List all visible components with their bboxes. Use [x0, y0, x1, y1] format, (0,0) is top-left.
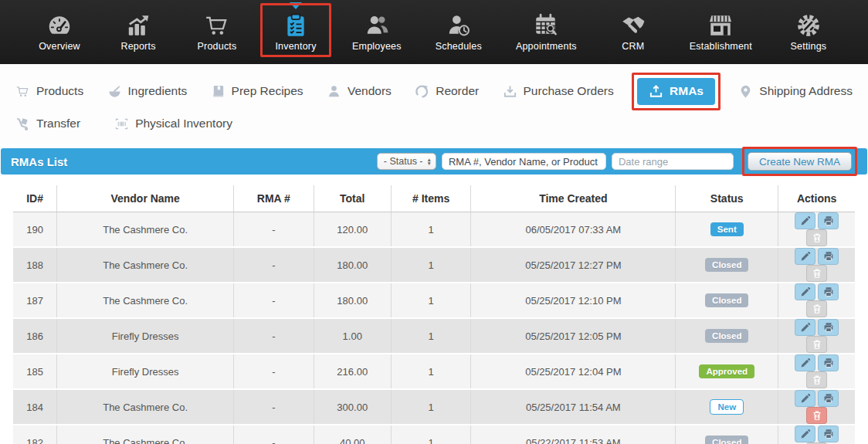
nav-item-products[interactable]: Products [195, 12, 239, 52]
cell-id: 190 [13, 212, 57, 248]
cell-actions [778, 425, 855, 444]
column-header-items: # Items [391, 185, 471, 212]
delete-button[interactable] [806, 229, 827, 246]
date-range-input[interactable] [612, 153, 734, 170]
trash-icon [812, 232, 822, 243]
cell-rma: - [234, 212, 314, 248]
trash-icon [812, 410, 822, 421]
nav-item-reports[interactable]: Reports [116, 12, 161, 52]
edit-button[interactable] [795, 319, 815, 336]
status-badge: Closed [705, 436, 748, 444]
column-header-actions: Actions [778, 185, 855, 212]
print-button[interactable] [818, 248, 839, 265]
cell-items: 1 [391, 247, 471, 283]
gear-icon [795, 12, 822, 39]
print-button[interactable] [818, 319, 839, 336]
subnav-item-label: Ingredients [128, 84, 188, 98]
delete-button[interactable] [806, 407, 827, 424]
status-filter-select[interactable]: - Status - ▲▼ [377, 153, 436, 170]
table-row: 182The Cashmere Co.-40.00105/22/2017 11:… [13, 425, 855, 444]
barcode-icon [114, 117, 129, 131]
delete-button[interactable] [806, 336, 827, 353]
nav-item-settings[interactable]: Settings [786, 12, 831, 52]
delete-button[interactable] [806, 300, 827, 317]
trash-icon [812, 303, 822, 314]
delete-button[interactable] [806, 371, 827, 388]
cell-actions [778, 354, 855, 389]
cell-total: 216.00 [314, 354, 391, 389]
print-button[interactable] [818, 425, 839, 442]
printer-icon [823, 215, 834, 226]
cell-vendor: Firefly Dresses [57, 354, 234, 389]
edit-button[interactable] [795, 248, 815, 265]
bar-chart-icon [125, 12, 151, 39]
subnav-item-label: Physical Inventory [135, 117, 232, 130]
trash-icon [812, 375, 822, 385]
nav-item-appointments[interactable]: Appointments [516, 12, 577, 52]
print-button[interactable] [818, 283, 839, 300]
subnav-item-label: Reorder [436, 84, 479, 98]
toolbar-controls: - Status - ▲▼ Create New RMA [377, 147, 857, 176]
edit-button[interactable] [795, 283, 815, 300]
nav-item-employees[interactable]: Employees [352, 12, 402, 52]
status-badge: Approved [699, 364, 754, 378]
subnav-item-products[interactable]: Products [15, 84, 83, 99]
delete-button[interactable] [806, 265, 827, 282]
cell-total: 300.00 [314, 389, 391, 425]
cell-total: 180.00 [314, 283, 391, 318]
status-badge: New [710, 399, 744, 415]
nav-item-label: Overview [39, 41, 80, 52]
table-row: 188The Cashmere Co.-180.00105/25/2017 12… [13, 247, 855, 283]
nav-item-inventory[interactable]: Inventory [273, 12, 318, 52]
status-badge: Closed [705, 329, 748, 343]
print-button[interactable] [818, 354, 839, 371]
nav-item-schedules[interactable]: Schedules [436, 12, 482, 52]
table-header-row: ID#Vendor NameRMA #Total# ItemsTime Crea… [13, 185, 855, 212]
print-button[interactable] [818, 212, 839, 229]
edit-button[interactable] [795, 425, 815, 442]
cell-actions [778, 212, 855, 248]
nav-item-establishment[interactable]: Establishment [690, 12, 752, 52]
cart-icon [204, 12, 230, 39]
table-row: 187The Cashmere Co.-180.00105/25/2017 12… [13, 283, 855, 318]
nav-item-crm[interactable]: CRM [611, 12, 656, 52]
nav-item-label: Appointments [516, 41, 577, 52]
cell-status: Sent [676, 212, 778, 248]
subnav-item-shipping-address[interactable]: Shipping Address [738, 84, 853, 99]
column-header-status: Status [676, 185, 778, 212]
cell-vendor: The Cashmere Co. [57, 425, 234, 444]
cell-status: Closed [676, 283, 778, 318]
subnav-item-physical-inventory[interactable]: Physical Inventory [114, 117, 232, 131]
subnav-item-ingredients[interactable]: Ingredients [107, 84, 188, 99]
printer-icon [823, 358, 834, 368]
subnav-item-reorder[interactable]: Reorder [415, 84, 479, 99]
cell-items: 1 [391, 354, 471, 389]
create-new-rma-button[interactable]: Create New RMA [748, 152, 852, 171]
cell-items: 1 [391, 425, 471, 444]
book-icon [211, 84, 225, 99]
edit-button[interactable] [795, 212, 815, 229]
subnav-item-rmas[interactable]: RMAs [637, 78, 715, 105]
nav-item-label: Employees [352, 41, 402, 52]
pencil-icon [800, 215, 811, 226]
cell-time: 05/25/2017 11:54 AM [471, 389, 676, 425]
table-row: 190The Cashmere Co.-120.00106/05/2017 07… [13, 212, 855, 248]
refresh-icon [415, 84, 429, 99]
trash-icon [812, 339, 822, 350]
page-title: RMAs List [11, 155, 67, 168]
subnav-item-vendors[interactable]: Vendors [327, 84, 392, 99]
top-navigation: OverviewReportsProductsInventoryEmployee… [0, 0, 868, 64]
person-icon [327, 84, 341, 99]
search-input[interactable] [442, 153, 606, 170]
subnav-item-purchase-orders[interactable]: Purchase Orders [503, 84, 614, 99]
cell-total: 120.00 [314, 212, 391, 248]
subnav-item-transfer[interactable]: Transfer [15, 117, 80, 131]
table-row: 185Firefly Dresses-216.00105/25/2017 12:… [13, 354, 855, 389]
cell-id: 186 [13, 318, 57, 354]
subnav-item-prep-recipes[interactable]: Prep Recipes [211, 84, 303, 99]
edit-button[interactable] [795, 354, 815, 371]
edit-button[interactable] [795, 390, 815, 407]
nav-item-label: Establishment [690, 41, 752, 52]
print-button[interactable] [818, 390, 839, 407]
nav-item-overview[interactable]: Overview [37, 12, 82, 52]
